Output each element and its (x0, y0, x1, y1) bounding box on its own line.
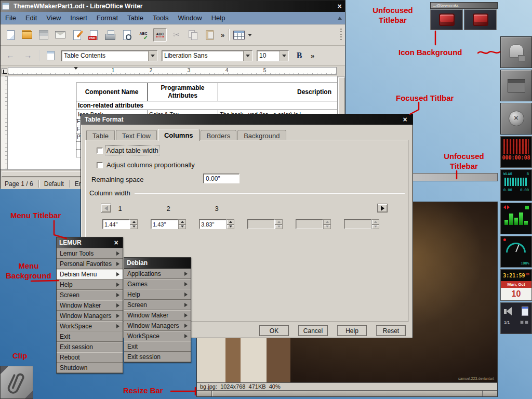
help-menu[interactable]: Help (207, 12, 230, 24)
dock-icon-tile-3[interactable] (500, 103, 532, 135)
dock-gauge-applet[interactable]: 100% (500, 236, 532, 268)
text-flow-tab[interactable]: Text Flow (116, 130, 157, 141)
window-managers-menu-item[interactable]: Window Managers (57, 311, 123, 321)
lemur-tools-menu-item[interactable]: Lemur Tools (57, 248, 123, 259)
paragraph-style-combobox[interactable]: Table Contents (61, 50, 157, 61)
dropdown-arrow-icon[interactable] (243, 51, 252, 61)
apply-style-icon[interactable] (44, 49, 57, 62)
auto-spellcheck-icon[interactable] (153, 28, 167, 42)
print-icon[interactable] (103, 28, 117, 42)
exit-menu-item[interactable]: Exit (57, 331, 123, 342)
dropdown-arrow-icon[interactable] (280, 51, 288, 61)
borders-tab[interactable]: Borders (201, 130, 237, 141)
bold-button[interactable]: B (293, 49, 305, 62)
dock-wireless-applet[interactable]: WLA0 B 0.00 0.00 (500, 169, 532, 201)
cancel-button[interactable]: Cancel (298, 325, 328, 336)
insert-menu[interactable]: Insert (65, 12, 92, 24)
tools-menu[interactable]: Tools (148, 12, 173, 24)
scroll-columns-right-button[interactable] (377, 204, 388, 212)
screen-menu-item[interactable]: Screen (57, 290, 123, 300)
exit-session-menu-item[interactable]: Exit session (57, 342, 123, 352)
edit-file-icon[interactable] (70, 28, 84, 42)
workspace-clip[interactable] (0, 366, 33, 399)
table-tab[interactable]: Table (86, 130, 115, 141)
background-tab[interactable]: Background (237, 130, 286, 141)
spin-up-button[interactable] (323, 219, 331, 224)
edit-menu[interactable]: Edit (21, 12, 42, 24)
exit-menu-item[interactable]: Exit (124, 341, 191, 352)
save-icon[interactable] (37, 28, 50, 42)
mini-window-titlebar[interactable]: ...@bvwmmkr: (430, 2, 498, 9)
screen-menu-item[interactable]: Screen (124, 300, 191, 310)
dock-network-applet[interactable] (500, 203, 532, 234)
close-icon[interactable] (112, 239, 120, 247)
lemur-menu-titlebar[interactable]: LEMUR (57, 237, 123, 248)
file-menu[interactable]: File (1, 12, 21, 24)
window-maker-menu-item[interactable]: Window Maker (57, 300, 123, 311)
column-width-spinbox[interactable]: 1.43" (151, 219, 186, 229)
spin-down-button[interactable] (178, 224, 186, 230)
email-icon[interactable] (54, 28, 67, 42)
checkbox-label[interactable]: Adjust columns proportionally (107, 161, 195, 169)
help-button[interactable]: Help (337, 325, 367, 336)
help-menu-item[interactable]: Help (57, 280, 123, 290)
toolbar-overflow-icon[interactable]: » (220, 31, 225, 39)
spellcheck-icon[interactable] (137, 28, 150, 42)
spin-down-button[interactable] (323, 224, 331, 230)
spin-down-button[interactable] (275, 224, 283, 230)
menubar-collapse-icon[interactable] (338, 17, 342, 20)
applications-menu-item[interactable]: Applications (124, 269, 191, 279)
spinbox-value[interactable]: 1.44" (102, 219, 130, 229)
window-resize-bar[interactable] (197, 390, 497, 396)
adjust-columns-checkbox[interactable] (97, 162, 103, 168)
games-menu-item[interactable]: Games (124, 279, 191, 289)
copy-icon[interactable] (187, 28, 200, 42)
close-icon[interactable] (336, 3, 343, 10)
columns-tab[interactable]: Columns (158, 129, 200, 141)
column-width-spinbox[interactable] (247, 219, 283, 229)
toolbar-grip[interactable] (340, 29, 342, 41)
dock-mixer-applet[interactable]: 1/1 (500, 302, 532, 334)
spin-up-button[interactable] (371, 219, 379, 224)
close-icon[interactable] (401, 116, 409, 124)
dropdown-arrow-icon[interactable] (248, 34, 252, 36)
dock-timer-applet[interactable]: 000:00:08 (500, 136, 532, 168)
page-style-indicator[interactable]: Default (44, 180, 64, 188)
personal-favorites-menu-item[interactable]: Personal Favorites (57, 259, 123, 269)
reboot-menu-item[interactable]: Reboot (57, 352, 123, 363)
indent-marker[interactable] (74, 67, 78, 70)
cut-icon[interactable] (170, 28, 183, 42)
page-indicator[interactable]: Page 1 / 6 (5, 180, 33, 188)
reset-button[interactable]: Reset (376, 325, 406, 336)
column-width-spinbox[interactable] (344, 219, 379, 229)
workspace-menu-item[interactable]: WorkSpace (124, 331, 191, 341)
font-size-combobox[interactable]: 10 (257, 50, 289, 61)
ok-button[interactable]: OK (259, 325, 289, 336)
spin-up-button[interactable] (275, 219, 283, 224)
spinbox-value[interactable] (296, 219, 323, 229)
checkbox-label[interactable]: Adapt table width (107, 147, 158, 154)
app-icon[interactable] (430, 9, 463, 30)
paste-icon[interactable] (203, 28, 217, 42)
format-menu[interactable]: Format (92, 12, 123, 24)
desktop[interactable]: { "colors":{ "annotation_red":"#d40000",… (0, 0, 532, 399)
dock-clock-applet[interactable]: 3:21:59PM Mon, Oct 10 (500, 269, 532, 301)
workspace-menu-item[interactable]: WorkSpace (57, 321, 123, 331)
spin-up-button[interactable] (130, 219, 138, 224)
spin-down-button[interactable] (130, 224, 138, 230)
spinbox-value[interactable]: 1.43" (151, 219, 178, 229)
app-icon[interactable] (464, 9, 497, 30)
page-preview-icon[interactable] (120, 28, 134, 42)
column-width-spinbox[interactable] (296, 219, 331, 229)
spin-down-button[interactable] (227, 224, 234, 230)
new-document-icon[interactable] (4, 28, 17, 42)
dock-icon-tile-2[interactable] (500, 70, 532, 101)
exit-session-menu-item[interactable]: Exit session (124, 352, 191, 362)
font-name-combobox[interactable]: Liberation Sans (162, 50, 252, 61)
insert-table-icon[interactable] (232, 28, 246, 42)
debian-menu-titlebar[interactable]: Debian (124, 258, 191, 269)
window-menu[interactable]: Window (173, 12, 206, 24)
writer-titlebar[interactable]: ThemeWMakerPart1.odt - LibreOffice Write… (1, 1, 345, 12)
help-menu-item[interactable]: Help (124, 289, 191, 300)
remaining-space-field[interactable]: 0.00" (203, 174, 240, 183)
